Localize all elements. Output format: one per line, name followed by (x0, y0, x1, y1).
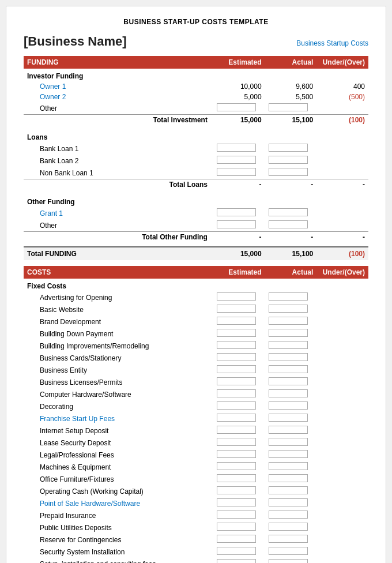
cost-item-act-cell[interactable] (265, 364, 317, 376)
breadcrumb[interactable]: Business Startup Costs (296, 39, 368, 47)
owner2-row: Owner 2 5,000 5,500 (500) (24, 92, 368, 102)
cost-item-act-cell[interactable] (265, 400, 317, 412)
bank-loan1-est-cell[interactable] (213, 142, 265, 155)
cost-item-row: Business Licenses/Permits (24, 376, 368, 388)
page-container: BUSINESS START-UP COSTS TEMPLATE [Busine… (6, 6, 386, 563)
grant1-est-cell[interactable] (213, 207, 265, 219)
other-fund-act-cell[interactable] (265, 219, 317, 232)
cost-item-est-cell[interactable] (213, 400, 265, 412)
owner2-actual: 5,500 (265, 92, 317, 102)
cost-item-diff-cell (316, 400, 368, 412)
cost-item-est-cell[interactable] (213, 449, 265, 461)
costs-col-under: Under/(Over) (316, 266, 368, 279)
owner1-row: Owner 1 10,000 9,600 400 (24, 81, 368, 92)
cost-item-act-cell[interactable] (265, 291, 317, 303)
cost-item-est-cell[interactable] (213, 291, 265, 303)
cost-item-row: Setup, installation and consulting fees (24, 558, 368, 563)
cost-item-est-cell[interactable] (213, 340, 265, 352)
cost-item-act-cell[interactable] (265, 485, 317, 497)
other-funding-header-row: Other Funding (24, 194, 368, 207)
cost-item-act-cell[interactable] (265, 497, 317, 509)
cost-item-row: Advertising for Opening (24, 291, 368, 303)
cost-item-label: Decorating (24, 400, 213, 412)
cost-item-est-cell[interactable] (213, 425, 265, 437)
cost-item-diff-cell (316, 485, 368, 497)
cost-item-est-cell[interactable] (213, 509, 265, 521)
cost-item-act-cell[interactable] (265, 521, 317, 534)
loans-header-label: Loans (24, 130, 368, 142)
cost-item-row: Decorating (24, 400, 368, 412)
cost-item-act-cell[interactable] (265, 546, 317, 558)
cost-item-est-cell[interactable] (213, 388, 265, 400)
bank-loan1-act-cell[interactable] (265, 142, 317, 155)
funding-col-estimated: Estimated (213, 56, 265, 69)
bank-loan2-est-cell[interactable] (213, 155, 265, 167)
bank-loan1-label: Bank Loan 1 (24, 142, 213, 155)
bank-loan2-act-cell[interactable] (265, 155, 317, 167)
cost-item-act-cell[interactable] (265, 412, 317, 425)
cost-item-est-cell[interactable] (213, 546, 265, 558)
cost-item-label: Lease Security Deposit (24, 437, 213, 449)
cost-item-act-cell[interactable] (265, 340, 317, 352)
cost-item-est-cell[interactable] (213, 352, 265, 364)
cost-item-est-cell[interactable] (213, 461, 265, 473)
cost-item-est-cell[interactable] (213, 437, 265, 449)
cost-item-act-cell[interactable] (265, 449, 317, 461)
cost-item-label: Machines & Equipment (24, 461, 213, 473)
cost-item-act-cell[interactable] (265, 534, 317, 546)
cost-item-diff-cell (316, 473, 368, 485)
cost-item-label: Advertising for Opening (24, 291, 213, 303)
total-loans-act: - (265, 179, 317, 190)
cost-item-row: Machines & Equipment (24, 461, 368, 473)
cost-item-est-cell[interactable] (213, 316, 265, 328)
cost-item-act-cell[interactable] (265, 376, 317, 388)
cost-item-row: Building Improvements/Remodeling (24, 340, 368, 352)
cost-item-est-cell[interactable] (213, 473, 265, 485)
grant1-act-cell[interactable] (265, 207, 317, 219)
cost-item-act-cell[interactable] (265, 352, 317, 364)
funding-header-label: FUNDING (24, 56, 213, 69)
cost-item-est-cell[interactable] (213, 364, 265, 376)
cost-item-est-cell[interactable] (213, 558, 265, 563)
cost-item-label: Brand Development (24, 316, 213, 328)
other-inv-act-cell[interactable] (265, 102, 317, 115)
cost-item-est-cell[interactable] (213, 485, 265, 497)
non-bank-loan1-act-cell[interactable] (265, 167, 317, 179)
other-funding-header-label: Other Funding (24, 194, 368, 207)
cost-item-est-cell[interactable] (213, 376, 265, 388)
cost-item-act-cell[interactable] (265, 388, 317, 400)
cost-item-act-cell[interactable] (265, 303, 317, 316)
cost-item-row: Operating Cash (Working Capital) (24, 485, 368, 497)
cost-item-act-cell[interactable] (265, 437, 317, 449)
cost-item-est-cell[interactable] (213, 412, 265, 425)
cost-item-label: Prepaid Insurance (24, 509, 213, 521)
cost-item-act-cell[interactable] (265, 473, 317, 485)
other-inv-est-cell[interactable] (213, 102, 265, 115)
non-bank-loan1-est-cell[interactable] (213, 167, 265, 179)
cost-item-act-cell[interactable] (265, 509, 317, 521)
cost-item-est-cell[interactable] (213, 521, 265, 534)
cost-item-act-cell[interactable] (265, 316, 317, 328)
owner1-under: 400 (316, 81, 368, 92)
other-fund-est-cell[interactable] (213, 219, 265, 232)
cost-item-label: Business Licenses/Permits (24, 376, 213, 388)
cost-item-act-cell[interactable] (265, 328, 317, 340)
cost-item-act-cell[interactable] (265, 425, 317, 437)
cost-item-est-cell[interactable] (213, 534, 265, 546)
cost-item-row: Office Furniture/Fixtures (24, 473, 368, 485)
cost-item-row: Business Cards/Stationery (24, 352, 368, 364)
funding-col-under: Under/(Over) (316, 56, 368, 69)
cost-item-act-cell[interactable] (265, 558, 317, 563)
cost-item-est-cell[interactable] (213, 497, 265, 509)
cost-item-row: Internet Setup Deposit (24, 425, 368, 437)
cost-item-act-cell[interactable] (265, 461, 317, 473)
cost-item-est-cell[interactable] (213, 303, 265, 316)
loans-header-row: Loans (24, 130, 368, 142)
cost-item-diff-cell (316, 316, 368, 328)
cost-item-diff-cell (316, 291, 368, 303)
total-funding-label: Total FUNDING (24, 247, 213, 260)
business-name: [Business Name] (24, 34, 127, 49)
cost-item-est-cell[interactable] (213, 328, 265, 340)
cost-item-row: Public Utilities Deposits (24, 521, 368, 534)
cost-item-diff-cell (316, 340, 368, 352)
